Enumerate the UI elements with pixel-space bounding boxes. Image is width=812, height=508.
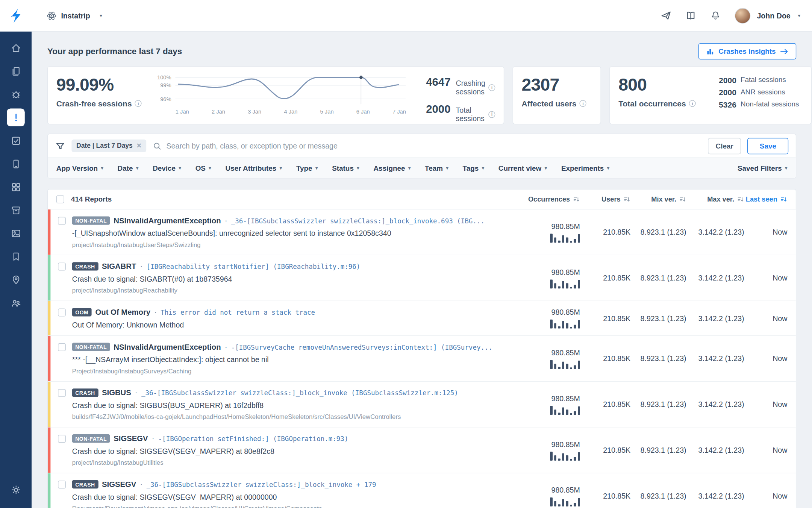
row-checkbox[interactable] — [58, 308, 66, 316]
filter-current-view[interactable]: Current view▾ — [498, 164, 547, 172]
saved-filters-label: Saved Filters — [738, 164, 782, 172]
saved-filters-dropdown[interactable]: Saved Filters▾ — [738, 164, 787, 172]
grid-apps-nav-item[interactable] — [7, 178, 25, 196]
home-nav-item[interactable] — [7, 39, 25, 57]
report-stats: 980.85M210.85K8.923.1 (1.23)3.142.2 (1.2… — [519, 388, 787, 421]
media-nav-item[interactable] — [7, 224, 25, 242]
column-header-max[interactable]: Max ver. — [686, 195, 744, 203]
bar-chart-icon — [706, 47, 714, 55]
crashes-insights-button[interactable]: Crashes insights — [698, 43, 796, 59]
app-name: Instatrip — [61, 11, 90, 20]
filter-date[interactable]: Date▾ — [118, 164, 139, 172]
bug-report-icon — [10, 89, 21, 100]
report-row[interactable]: CRASHSIGABRT·[IBGReachability startNotif… — [48, 255, 795, 301]
app-selector[interactable]: Instatrip ▾ — [46, 10, 102, 21]
row-checkbox[interactable] — [58, 435, 66, 443]
date-filter-chip[interactable]: Date | Last 7 Days ✕ — [71, 140, 146, 152]
severity-badge: OOM — [72, 308, 92, 316]
release-notes-nav-item[interactable] — [7, 62, 25, 80]
info-icon[interactable]: i — [135, 100, 142, 107]
select-all-checkbox[interactable] — [56, 195, 64, 203]
info-icon[interactable]: i — [488, 84, 495, 91]
row-checkbox[interactable] — [58, 263, 66, 271]
crash-free-trend-chart: 100%99%96% 1 Jan2 Jan3 Jan4 Jan5 Jan6 Ja… — [156, 74, 409, 118]
filter-os[interactable]: OS▾ — [195, 164, 211, 172]
chevron-down-icon: ▾ — [607, 165, 609, 171]
report-title: SIGSEGV — [114, 434, 148, 443]
bug-report-nav-item[interactable] — [7, 85, 25, 103]
severity-strip — [48, 336, 50, 381]
report-main: CRASHSIGBUS·_36-[IBGSubclassSwizzler swi… — [72, 388, 519, 421]
filter-label: Date — [118, 164, 133, 172]
team-nav-item[interactable] — [7, 294, 25, 312]
max-version-value: 3.142.2 (1.23) — [686, 314, 744, 322]
archive-nav-item[interactable] — [7, 201, 25, 219]
location-pin-nav-item[interactable] — [7, 271, 25, 289]
row-checkbox[interactable] — [58, 389, 66, 397]
users-value: 210.85K — [580, 446, 630, 454]
chart-marker-dot — [359, 76, 363, 79]
paper-plane-icon[interactable] — [661, 10, 671, 21]
filter-funnel-icon[interactable] — [55, 141, 65, 151]
severity-strip — [48, 382, 50, 427]
column-header-occ[interactable]: Occurrences — [519, 195, 580, 203]
severity-strip — [48, 255, 50, 300]
column-header-mix[interactable]: Mix ver. — [630, 195, 686, 203]
info-icon[interactable]: i — [689, 100, 696, 107]
report-code: -[IBGOperation setFinished:] (IBGOperati… — [158, 435, 348, 443]
x-axis-label: 5 Jan — [320, 108, 334, 115]
location-pin-icon — [10, 274, 21, 285]
user-avatar[interactable] — [735, 8, 751, 23]
crashing-sessions-value: 4647 — [426, 76, 450, 89]
column-header-users[interactable]: Users — [580, 195, 630, 203]
report-row[interactable]: CRASHSIGBUS·_36-[IBGSubclassSwizzler swi… — [48, 382, 795, 428]
occurrences-value: 980.85M — [551, 268, 580, 276]
search-input[interactable] — [167, 142, 701, 150]
filter-device[interactable]: Device▾ — [153, 164, 181, 172]
close-icon[interactable]: ✕ — [136, 142, 142, 150]
report-main: NON-FATALNSInvalidArgumentException·-[IB… — [72, 342, 519, 375]
filter-user-attributes[interactable]: User Attributes▾ — [226, 164, 282, 172]
filter-team[interactable]: Team▾ — [425, 164, 448, 172]
row-checkbox[interactable] — [58, 217, 66, 225]
info-icon[interactable]: i — [488, 111, 495, 118]
user-menu-chevron-icon[interactable]: ▾ — [798, 13, 800, 18]
save-button[interactable]: Save — [748, 138, 789, 154]
bell-icon[interactable] — [710, 10, 721, 21]
report-code: This error did not return a stack trace — [161, 308, 315, 316]
mix-version-value: 8.923.1 (1.23) — [630, 354, 686, 362]
column-header-last[interactable]: Last seen — [744, 195, 788, 203]
instabug-logo[interactable] — [0, 8, 32, 23]
breakdown-label: Fatal sessions — [741, 76, 803, 85]
bookmark-nav-item[interactable] — [7, 247, 25, 265]
surveys-nav-item[interactable] — [7, 132, 25, 150]
info-icon[interactable]: i — [580, 100, 586, 107]
row-checkbox[interactable] — [58, 481, 66, 488]
report-row[interactable]: CRASHSIGSEGV·_36-[IBGSubclassSwizzler sw… — [48, 473, 795, 508]
crashes-nav-item[interactable] — [7, 108, 25, 126]
mix-version-value: 8.923.1 (1.23) — [630, 228, 686, 236]
book-icon[interactable] — [685, 10, 696, 21]
apm-device-nav-item[interactable] — [7, 155, 25, 173]
clear-button[interactable]: Clear — [708, 138, 741, 154]
report-row[interactable]: NON-FATALSIGSEGV·-[IBGOperation setFinis… — [48, 428, 795, 473]
x-axis-label: 4 Jan — [284, 108, 297, 115]
filter-type[interactable]: Type▾ — [296, 164, 318, 172]
report-row[interactable]: NON-FATALNSInvalidArgumentException·-[IB… — [48, 336, 795, 382]
row-checkbox[interactable] — [58, 343, 66, 351]
filter-experiments[interactable]: Experiments▾ — [561, 164, 609, 172]
report-row[interactable]: NON-FATALNSInvalidArgumentException·_36-… — [48, 209, 795, 255]
occurrences-sparkline — [550, 320, 580, 329]
filter-status[interactable]: Status▾ — [332, 164, 359, 172]
filter-bar: Date | Last 7 Days ✕ Clear Save App Vers… — [47, 134, 796, 179]
last-seen-value: Now — [744, 274, 788, 282]
filter-tags[interactable]: Tags▾ — [463, 164, 484, 172]
report-row[interactable]: OOMOut Of Memory·This error did not retu… — [48, 301, 795, 336]
settings-nav-item[interactable] — [7, 481, 25, 499]
filter-assignee[interactable]: Assignee▾ — [373, 164, 411, 172]
users-value: 210.85K — [580, 228, 630, 236]
chevron-down-icon: ▾ — [785, 165, 787, 171]
filter-app-version[interactable]: App Version▾ — [56, 164, 103, 172]
breakdown-label: Non-fatal sessions — [741, 100, 803, 109]
max-version-value: 3.142.2 (1.23) — [686, 446, 744, 454]
